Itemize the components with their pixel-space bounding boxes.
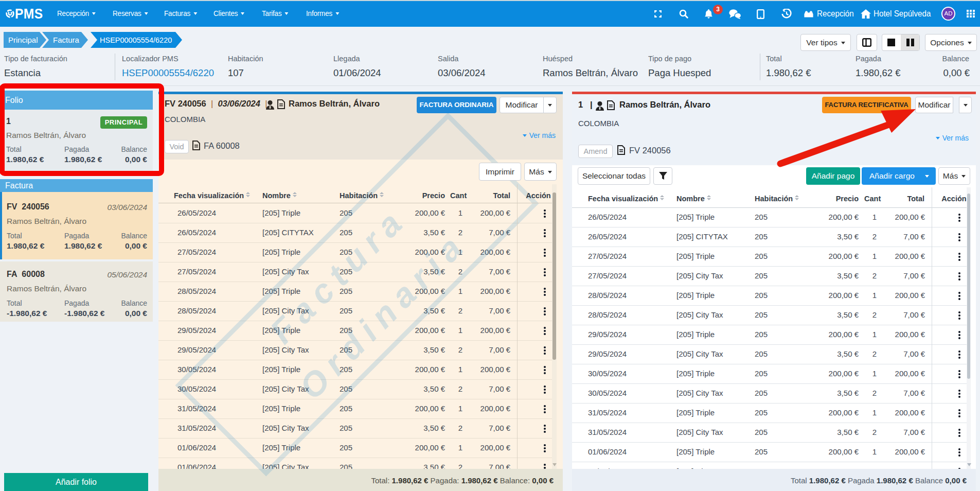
svg-text:Factura: Factura [53,36,80,44]
svg-text:HSEP00005554/6220: HSEP00005554/6220 [100,36,172,44]
svg-text:Principal: Principal [8,36,38,44]
